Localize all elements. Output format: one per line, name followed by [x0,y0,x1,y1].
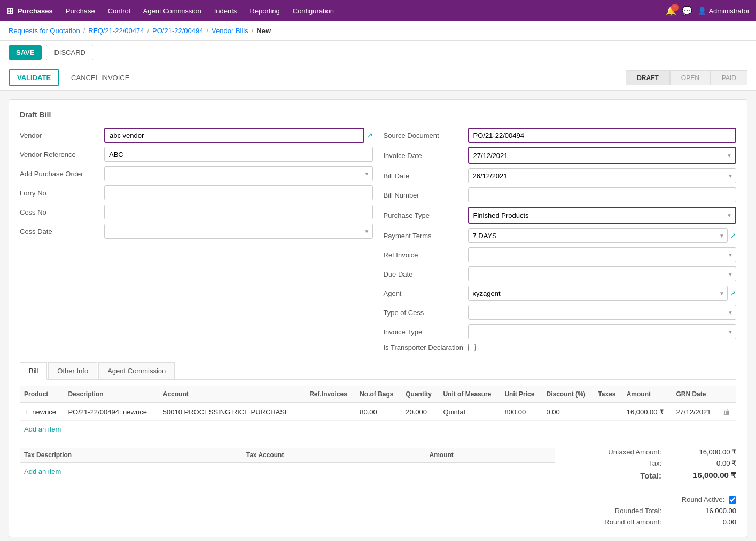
add-item-link[interactable]: Add an item [20,421,65,437]
source-doc-input[interactable] [468,128,737,143]
col-no-of-bags: No.of Bags [355,386,401,403]
bill-number-group: Bill Number [384,187,737,202]
tab-other-info[interactable]: Other Info [48,362,97,379]
agent-wrapper: xyzagent ▼ [468,286,728,301]
breadcrumb-vendor-bills[interactable]: Vendor Bills [212,27,248,35]
status-draft[interactable]: DRAFT [626,70,670,85]
purchase-type-wrapper: Finished Products ▼ [468,207,737,224]
round-active-checkbox[interactable] [729,496,736,504]
due-date-group: Due Date ▼ [384,266,737,281]
status-open[interactable]: OPEN [670,70,711,85]
payment-terms-field-wrapper: 7 DAYS ▼ ↗ [468,228,737,243]
lorry-no-input[interactable] [104,185,373,200]
agent-select[interactable]: xyzagent [468,286,728,301]
invoice-date-select[interactable]: 27/12/2021 [469,148,736,163]
row-delete[interactable]: 🗑 [719,403,736,421]
main-content: Draft Bill Vendor abc vendor ↗ Vendor Re… [0,91,756,541]
grid-icon[interactable]: ⊞ [6,6,13,16]
col-grn-date: GRN Date [672,386,719,403]
rounded-total-value: 16,000.00 [683,507,736,515]
tab-bill[interactable]: Bill [20,362,47,380]
invoice-date-group: Invoice Date 27/12/2021 ▼ [384,147,737,164]
due-date-select[interactable] [468,266,737,281]
add-po-group: Add Purchase Order ▼ [20,166,373,181]
tax-col-desc: Tax Description [20,448,242,462]
menu-agent-commission[interactable]: Agent Commission [139,5,206,17]
menu-reporting[interactable]: Reporting [245,5,284,17]
bill-date-select[interactable]: 26/12/2021 [468,168,737,183]
due-date-wrapper: ▼ [468,266,737,281]
expand-icon[interactable]: + [24,408,28,416]
row-account: 50010 PROCESSING RICE PURCHASE [159,403,305,421]
is-transporter-label: Is Transporter Declaration [384,343,464,351]
card-title: Draft Bill [20,111,736,119]
row-grn-date: 27/12/2021 [672,403,719,421]
rounded-total-label: Rounded Total: [587,507,661,515]
untaxed-amount-label: Untaxed Amount: [587,448,661,456]
round-off-row: Round off amount: 0.00 [565,518,736,526]
agent-external-link-icon[interactable]: ↗ [730,289,736,297]
ref-invoice-select[interactable] [468,247,737,262]
tax-col-account: Tax Account [242,448,425,462]
col-unit-price: Unit Price [500,386,542,403]
breadcrumb-sep-2: / [147,27,149,35]
invoice-type-select[interactable] [468,324,737,339]
user-name: Administrator [708,7,750,15]
add-po-select[interactable] [104,166,373,181]
chat-icon[interactable]: 💬 [682,6,692,16]
type-of-cess-select[interactable] [468,305,737,320]
vendor-ref-input[interactable] [104,147,373,162]
col-actions [719,386,736,403]
cess-no-input[interactable] [104,205,373,219]
menu-indents[interactable]: Indents [210,5,241,17]
tax-add-item-link[interactable]: Add an item [20,463,65,480]
save-button[interactable]: SAVE [9,45,42,60]
type-of-cess-group: Type of Cess ▼ [384,305,737,320]
navbar-brand: ⊞ Purchases [6,6,53,16]
row-taxes [594,403,622,421]
col-product: Product [20,386,64,403]
tab-agent-commission[interactable]: Agent Commission [98,362,175,379]
breadcrumb-sep-3: / [206,27,208,35]
user-menu[interactable]: 👤 Administrator [698,7,750,15]
invoice-date-label: Invoice Date [384,152,464,160]
untaxed-amount-row: Untaxed Amount: 16,000.00 ₹ [565,448,736,456]
total-value: 16,000.00 ₹ [683,471,736,480]
vendor-external-link-icon[interactable]: ↗ [367,131,373,139]
source-doc-group: Source Document [384,128,737,143]
untaxed-amount-value: 16,000.00 ₹ [683,448,736,456]
col-description: Description [64,386,158,403]
is-transporter-checkbox[interactable] [468,344,476,351]
breadcrumb-po-number[interactable]: PO/21-22/00494 [152,27,203,35]
bill-number-input[interactable] [468,187,737,202]
source-doc-label: Source Document [384,131,464,139]
breadcrumb-rfq-number[interactable]: RFQ/21-22/00474 [88,27,144,35]
discard-button[interactable]: DISCARD [46,45,93,60]
cess-no-label: Cess No [20,208,100,216]
col-amount: Amount [622,386,672,403]
menu-configuration[interactable]: Configuration [289,5,338,17]
menu-purchase[interactable]: Purchase [61,5,99,17]
navbar: ⊞ Purchases Purchase Control Agent Commi… [0,0,756,21]
payment-terms-external-link-icon[interactable]: ↗ [730,231,736,240]
tax-label: Tax: [587,459,661,467]
col-quantity: Quantity [401,386,439,403]
row-expand[interactable]: + newrice [20,403,64,421]
invoice-type-group: Invoice Type ▼ [384,324,737,339]
purchase-type-select[interactable]: Finished Products [469,208,736,223]
bill-number-label: Bill Number [384,191,464,199]
cancel-invoice-button[interactable]: CANCEL INVOICE [64,70,137,85]
table-row: + newrice PO/21-22/00494: newrice 50010 … [20,403,736,421]
breadcrumb-rfq[interactable]: Requests for Quotation [9,27,80,35]
validate-button[interactable]: VALIDATE [9,69,59,86]
vendor-select[interactable]: abc vendor [104,128,364,143]
payment-terms-select[interactable]: 7 DAYS [468,228,728,243]
breadcrumb-sep-1: / [83,27,85,35]
notification-icon[interactable]: 🔔 1 [666,6,676,16]
delete-row-icon[interactable]: 🗑 [723,407,730,416]
status-paid[interactable]: PAID [711,70,747,85]
menu-control[interactable]: Control [104,5,135,17]
totals-section: Untaxed Amount: 16,000.00 ₹ Tax: 0.00 ₹ … [565,448,736,526]
cess-date-select[interactable] [104,224,373,239]
due-date-label: Due Date [384,270,464,278]
